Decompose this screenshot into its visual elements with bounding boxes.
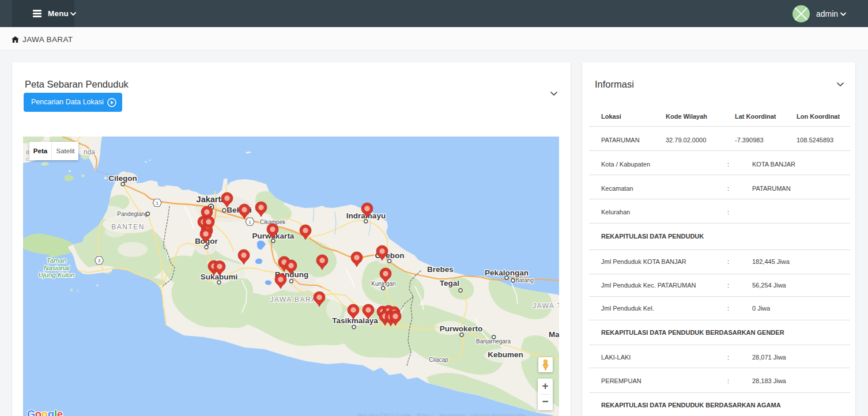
svg-text:Tegal: Tegal (440, 279, 459, 288)
svg-text:JAWA TE: JAWA TE (533, 302, 559, 310)
svg-text:1: 1 (248, 220, 251, 225)
svg-text:Ujung Kulon: Ujung Kulon (39, 271, 75, 278)
svg-text:Pekalongan: Pekalongan (485, 268, 529, 277)
svg-text:Tasikmalaya: Tasikmalaya (332, 316, 378, 325)
svg-text:Purwokerto: Purwokerto (440, 324, 482, 333)
svg-text:Batang: Batang (515, 277, 534, 283)
svg-text:Nasional: Nasional (44, 264, 70, 271)
svg-text:Cilegon: Cilegon (108, 174, 137, 183)
svg-text:Brebes: Brebes (427, 265, 454, 274)
svg-text:Pandeglang: Pandeglang (117, 211, 148, 217)
svg-text:Kebumen: Kebumen (488, 350, 523, 359)
svg-text:BANTEN: BANTEN (111, 223, 145, 231)
svg-text:nda: nda (84, 148, 95, 156)
svg-text:3: 3 (98, 258, 101, 263)
svg-text:Magelan: Magelan (549, 330, 559, 339)
svg-text:Taman: Taman (47, 257, 67, 264)
svg-text:Kuningan: Kuningan (371, 281, 395, 287)
svg-text:Cilacap: Cilacap (429, 357, 448, 363)
svg-text:1: 1 (156, 201, 158, 206)
svg-text:c: c (26, 156, 29, 162)
